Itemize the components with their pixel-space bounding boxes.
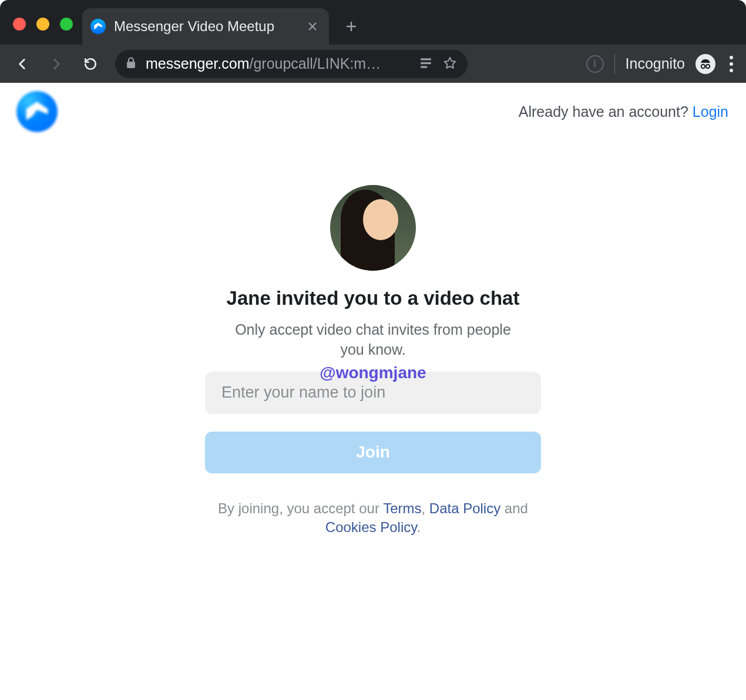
- svg-rect-7: [421, 66, 427, 68]
- incognito-icon[interactable]: [695, 54, 715, 74]
- data-policy-link[interactable]: Data Policy: [429, 500, 500, 516]
- tab-strip: Messenger Video Meetup: [82, 8, 363, 45]
- url-path: /groupcall/LINK:m…: [249, 55, 381, 72]
- terms-link[interactable]: Terms: [383, 500, 421, 516]
- new-tab-button[interactable]: [340, 15, 363, 38]
- toolbar-separator: [614, 54, 615, 74]
- page-content: Already have an account? Login Jane invi…: [0, 83, 746, 700]
- incognito-label: Incognito: [626, 55, 685, 72]
- svg-point-9: [706, 64, 710, 68]
- tab-title: Messenger Video Meetup: [114, 18, 274, 35]
- cookies-policy-link[interactable]: Cookies Policy: [325, 519, 417, 535]
- nav-forward-button[interactable]: [43, 51, 69, 77]
- lock-icon: [126, 57, 136, 71]
- svg-rect-6: [421, 62, 431, 63]
- invite-card: Jane invited you to a video chat Only ac…: [205, 185, 541, 537]
- svg-rect-4: [127, 62, 135, 68]
- browser-chrome: Messenger Video Meetup messenger.com/gro…: [0, 0, 746, 83]
- url-text: messenger.com/groupcall/LINK:m…: [146, 55, 381, 72]
- login-link[interactable]: Login: [693, 103, 728, 120]
- svg-point-8: [701, 64, 705, 68]
- inviter-avatar: [330, 185, 416, 271]
- window-close-button[interactable]: [13, 18, 26, 31]
- join-button[interactable]: Join: [205, 432, 541, 473]
- window-minimize-button[interactable]: [36, 18, 49, 31]
- login-row: Already have an account? Login: [519, 103, 728, 120]
- legal-prefix: By joining, you accept our: [218, 500, 383, 516]
- tab-close-button[interactable]: [307, 21, 318, 32]
- legal-text: By joining, you accept our Terms, Data P…: [205, 499, 541, 537]
- messenger-favicon-icon: [90, 19, 106, 34]
- tab-active[interactable]: Messenger Video Meetup: [82, 8, 329, 45]
- account-prompt-text: Already have an account?: [519, 103, 693, 120]
- invite-title: Jane invited you to a video chat: [205, 287, 541, 309]
- svg-rect-5: [421, 58, 431, 60]
- messenger-logo-icon[interactable]: [16, 91, 58, 132]
- site-header: Already have an account? Login: [0, 83, 746, 132]
- browser-menu-button[interactable]: [726, 56, 737, 72]
- reader-mode-icon[interactable]: [419, 56, 432, 72]
- watermark-text: @wongmjane: [205, 364, 541, 382]
- browser-toolbar: messenger.com/groupcall/LINK:m… i Incogn…: [0, 45, 746, 83]
- address-bar[interactable]: messenger.com/groupcall/LINK:m…: [115, 50, 468, 78]
- nav-back-button[interactable]: [9, 51, 35, 77]
- url-host: messenger.com: [146, 55, 249, 72]
- window-maximize-button[interactable]: [60, 18, 73, 31]
- window-controls: [13, 18, 73, 31]
- reload-button[interactable]: [78, 51, 103, 77]
- invite-subtitle: Only accept video chat invites from peop…: [228, 320, 518, 360]
- site-info-icon[interactable]: i: [586, 55, 604, 73]
- bookmark-star-icon[interactable]: [443, 56, 457, 72]
